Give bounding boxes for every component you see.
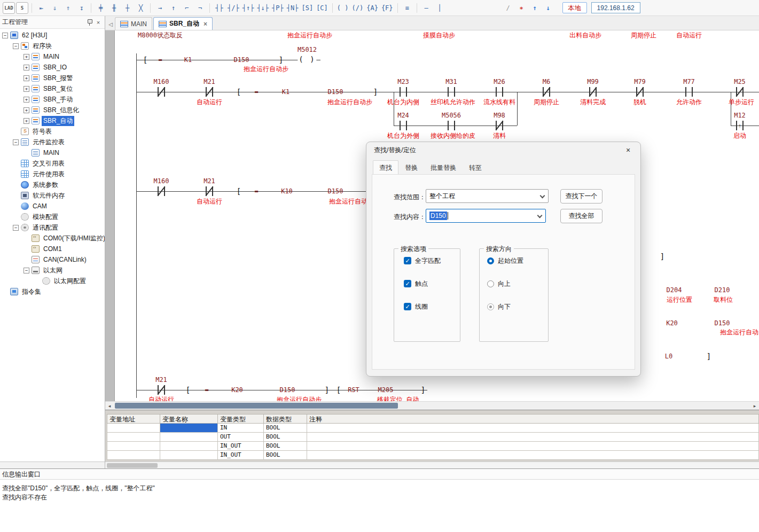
- var-cell[interactable]: IN_OUT: [218, 451, 264, 460]
- var-cell[interactable]: BOOL: [264, 433, 307, 442]
- plc-ip-address[interactable]: 192.168.1.62: [591, 2, 640, 13]
- draw-hline-icon[interactable]: —: [420, 2, 433, 14]
- insert-rung-icon[interactable]: ╪: [95, 2, 107, 14]
- variable-table-scrollbar-thumb[interactable]: [107, 463, 158, 468]
- pull-row-icon[interactable]: ↧: [75, 2, 88, 14]
- expand-icon[interactable]: +: [24, 75, 29, 81]
- expand-icon[interactable]: +: [24, 65, 29, 71]
- scroll-left-icon[interactable]: ◂: [105, 402, 114, 410]
- tree-item-module-config[interactable]: 模块配置: [0, 212, 105, 222]
- ladder-contact-m79[interactable]: [633, 87, 647, 97]
- ladder-contact-m21[interactable]: [154, 385, 168, 395]
- dialog-tab-1[interactable]: 替换: [398, 160, 424, 174]
- tree-item-sbr-io[interactable]: +SBR_IO: [0, 62, 105, 73]
- tree-item-com1[interactable]: COM1: [0, 244, 105, 254]
- var-cell[interactable]: OUT: [218, 433, 264, 442]
- ladder-contact-m23[interactable]: [396, 87, 410, 97]
- comment-icon[interactable]: ≡: [401, 2, 413, 14]
- var-cell[interactable]: IN: [218, 424, 264, 433]
- ladder-contact-m26[interactable]: [492, 87, 506, 97]
- tree-item-symbol-table[interactable]: 符号表: [0, 126, 105, 137]
- expand-icon[interactable]: +: [24, 107, 29, 113]
- delete-rung-icon[interactable]: ╳: [135, 2, 147, 14]
- insert-cell-icon[interactable]: ⇤: [35, 2, 48, 14]
- var-cell[interactable]: BOOL: [264, 451, 307, 460]
- var-cell[interactable]: [307, 451, 759, 460]
- ladder-contact-m6[interactable]: [539, 87, 553, 97]
- dialog-tab-3[interactable]: 转至: [463, 160, 488, 174]
- coil-icon[interactable]: ( ): [336, 2, 350, 14]
- delete-wire-icon[interactable]: ∗: [515, 2, 528, 14]
- var-cell[interactable]: [107, 424, 160, 433]
- tree-item-ethernet[interactable]: −以太网: [0, 265, 105, 276]
- draw-vline-icon[interactable]: │: [434, 2, 446, 14]
- tree-item-monitor-main[interactable]: MAIN: [0, 147, 105, 158]
- move-up-icon[interactable]: ↑: [529, 2, 541, 14]
- tree-item-cam[interactable]: CAM: [0, 201, 105, 212]
- applied-instruction-icon[interactable]: {A}: [365, 2, 379, 14]
- collapse-icon[interactable]: −: [13, 225, 19, 231]
- tree-item-program-blocks[interactable]: −程序块: [0, 41, 105, 51]
- ladder-contact-m160[interactable]: [154, 186, 168, 196]
- function-block-icon[interactable]: {F}: [380, 2, 394, 14]
- ladder-contact-m12[interactable]: ↑: [733, 121, 747, 130]
- editor-hscrollbar[interactable]: ◂ ▸: [105, 401, 759, 410]
- falling-pulse-contact-icon[interactable]: ┤N├: [286, 2, 300, 14]
- var-cell[interactable]: IN_OUT: [218, 442, 264, 451]
- inverted-coil-icon[interactable]: (/): [351, 2, 365, 14]
- var-cell[interactable]: [160, 424, 218, 433]
- corner-right-icon[interactable]: ¬: [194, 2, 206, 14]
- ladder-contact-m24[interactable]: [396, 121, 410, 130]
- tab-close-icon[interactable]: ×: [204, 20, 207, 28]
- tree-item-monitor-tables[interactable]: −元件监控表: [0, 137, 105, 147]
- var-cell[interactable]: [107, 433, 160, 442]
- radio-off-icon[interactable]: [487, 280, 494, 287]
- ladder-contact-m160[interactable]: [154, 87, 168, 97]
- push-up-icon[interactable]: ⇑: [62, 2, 74, 14]
- ladder-contact-m77[interactable]: [682, 87, 696, 97]
- editor-tab-sbr-auto[interactable]: SBR_自动×: [153, 17, 213, 30]
- tree-item-comm-config[interactable]: −通讯配置: [0, 222, 105, 233]
- ladder-coil-m5012[interactable]: ( ): [298, 55, 316, 64]
- collapse-icon[interactable]: −: [13, 139, 19, 145]
- corner-left-icon[interactable]: ⌐: [181, 2, 193, 14]
- tree-item-com0[interactable]: COM0(下载/HMI监控): [0, 233, 105, 244]
- tree-item-device-usage[interactable]: 元件使用表: [0, 169, 105, 179]
- project-tree-scrollbar[interactable]: [0, 461, 105, 468]
- expand-icon[interactable]: +: [24, 97, 29, 103]
- nc-contact-icon[interactable]: ┤/├: [226, 2, 240, 14]
- draw-slash-icon[interactable]: ∕: [502, 2, 514, 14]
- editor-tab-main[interactable]: MAIN: [115, 17, 152, 30]
- lad-mode-icon[interactable]: LAD: [3, 2, 15, 14]
- var-cell[interactable]: [160, 442, 218, 451]
- radio-selected-icon[interactable]: [487, 257, 494, 264]
- ladder-contact-m5056[interactable]: [444, 121, 458, 130]
- ladder-contact-m25[interactable]: [733, 87, 747, 97]
- tree-item-system-params[interactable]: 系统参数: [0, 179, 105, 190]
- dialog-tab-0[interactable]: 查找: [373, 160, 398, 174]
- var-cell[interactable]: [107, 442, 160, 451]
- hscrollbar-thumb[interactable]: [115, 403, 398, 409]
- rising-contact-icon[interactable]: ┤↑├: [241, 2, 255, 14]
- sfc-block-icon[interactable]: S: [16, 2, 28, 14]
- tree-item-sbr-manual[interactable]: +SBR_手动: [0, 94, 105, 105]
- checkbox-checked-icon[interactable]: ✓: [404, 257, 411, 264]
- wire-right-icon[interactable]: →: [154, 2, 166, 14]
- var-cell[interactable]: BOOL: [264, 442, 307, 451]
- move-down-icon[interactable]: ↓: [542, 2, 554, 14]
- insert-branch-icon[interactable]: ┼: [121, 2, 134, 14]
- ladder-contact-m21[interactable]: [202, 87, 216, 97]
- dialog-tab-2[interactable]: 批量替换: [424, 160, 463, 174]
- tree-item-main[interactable]: +MAIN: [0, 51, 105, 62]
- ladder-contact-m21[interactable]: [202, 186, 216, 196]
- find-all-button[interactable]: 查找全部: [560, 209, 602, 223]
- ladder-contact-m99[interactable]: [586, 87, 600, 97]
- wire-up-icon[interactable]: ↑: [167, 2, 179, 14]
- tree-item-device-memory[interactable]: 软元件内存: [0, 190, 105, 201]
- tree-item-instruction-set[interactable]: 指令集: [0, 286, 105, 297]
- append-rung-icon[interactable]: ╫: [108, 2, 120, 14]
- tree-item-sbr-alarm[interactable]: +SBR_报警: [0, 73, 105, 83]
- falling-contact-icon[interactable]: ┤↓├: [256, 2, 270, 14]
- reset-coil-icon[interactable]: [C]: [315, 2, 329, 14]
- ladder-contact-m31[interactable]: [444, 87, 458, 97]
